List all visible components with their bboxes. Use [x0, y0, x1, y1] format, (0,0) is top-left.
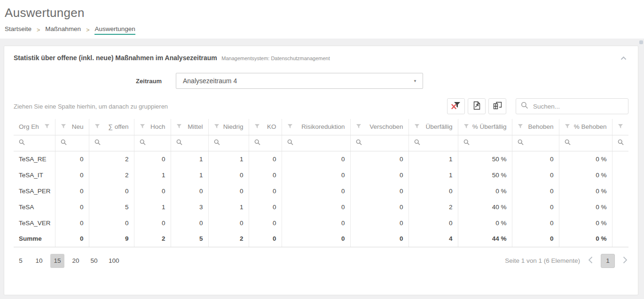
- filter-funnel-icon[interactable]: [463, 123, 469, 130]
- filter-cell[interactable]: [408, 135, 458, 151]
- table-cell: 1: [408, 151, 458, 167]
- table-cell: 0: [249, 183, 282, 199]
- column-header--offen[interactable]: ∑ offen: [89, 119, 134, 135]
- filter-cell[interactable]: [249, 135, 282, 151]
- table-cell: 2: [208, 231, 249, 247]
- search-icon: [140, 139, 146, 147]
- filter-funnel-icon[interactable]: [94, 123, 100, 130]
- table-cell: 0: [249, 167, 282, 183]
- filter-funnel-icon[interactable]: [356, 123, 361, 130]
- data-grid: Org EhNeu∑ offenHochMittelNiedrigKORisik…: [14, 119, 628, 247]
- table-cell: 0: [55, 167, 89, 183]
- table-row: TeSA_RE02011000150 %00 %: [14, 151, 628, 167]
- page-size-20[interactable]: 20: [69, 254, 83, 268]
- group-by-hint: Ziehen Sie eine Spalte hierhin, um danac…: [14, 103, 444, 110]
- table-cell: 0: [134, 215, 171, 231]
- filter-cell[interactable]: [512, 135, 559, 151]
- filter-funnel-icon[interactable]: [618, 123, 623, 130]
- filter-funnel-icon[interactable]: [565, 123, 570, 130]
- breadcrumb-item-2[interactable]: Auswertungen: [94, 25, 135, 35]
- filter-funnel-icon[interactable]: [518, 123, 523, 130]
- column-header-risikoreduktion[interactable]: Risikoreduktion: [282, 119, 350, 135]
- scrollbar-thumb[interactable]: [639, 40, 643, 44]
- filter-funnel-icon[interactable]: [287, 123, 293, 130]
- search-icon: [94, 139, 101, 147]
- filter-cell[interactable]: [14, 135, 55, 151]
- table-cell: 5: [89, 199, 134, 215]
- pager-right: Seite 1 von 1 (6 Elemente) 1: [505, 254, 628, 268]
- column-header--berf-llig[interactable]: Überfällig: [408, 119, 458, 135]
- filter-funnel-icon[interactable]: [44, 123, 50, 130]
- caret-down-icon: ▼: [413, 79, 417, 83]
- breadcrumb-separator-icon: >: [86, 27, 89, 33]
- collapse-panel-button[interactable]: [619, 54, 628, 63]
- column-header-neu[interactable]: Neu: [55, 119, 89, 135]
- column-header-verschoben[interactable]: Verschoben: [350, 119, 408, 135]
- breadcrumb-item-0[interactable]: Startseite: [5, 25, 31, 35]
- filter-funnel-icon[interactable]: [61, 123, 66, 130]
- table-cell: 0: [249, 151, 282, 167]
- table-cell: 0: [512, 215, 559, 231]
- table-cell: 4: [408, 231, 458, 247]
- page-size-15[interactable]: 15: [50, 254, 64, 268]
- column-chooser-button[interactable]: [488, 98, 506, 114]
- org-cell: TeSA_VER: [14, 215, 55, 231]
- column-caption: Verschoben: [369, 123, 403, 130]
- filter-funnel-icon[interactable]: [214, 123, 220, 130]
- filter-cell[interactable]: [559, 135, 612, 151]
- column-header-mittel[interactable]: Mittel: [171, 119, 208, 135]
- page-size-100[interactable]: 100: [105, 254, 123, 268]
- search-input[interactable]: [532, 102, 623, 110]
- filter-cell[interactable]: [612, 135, 628, 151]
- breadcrumb-item-1[interactable]: Maßnahmen: [45, 25, 81, 35]
- zeitraum-label: Zeitraum: [4, 78, 162, 85]
- table-cell: 0: [55, 231, 89, 247]
- filter-cell[interactable]: [134, 135, 171, 151]
- page-size-10[interactable]: 10: [32, 254, 46, 268]
- column-header--behoben[interactable]: % Behoben: [559, 119, 612, 135]
- table-cell: 0: [512, 183, 559, 199]
- table-cell: 0: [134, 183, 171, 199]
- chevron-left-icon: [588, 256, 593, 265]
- table-cell: 0: [171, 215, 208, 231]
- column-header-filler: [612, 119, 628, 135]
- filter-cell[interactable]: [282, 135, 350, 151]
- prev-page-button[interactable]: [587, 256, 594, 265]
- page-title: Auswertungen: [5, 6, 644, 20]
- filter-funnel-icon[interactable]: [176, 123, 182, 130]
- column-caption: Hoch: [150, 123, 165, 130]
- filter-cell[interactable]: [350, 135, 408, 151]
- page-size-5[interactable]: 5: [14, 254, 28, 268]
- column-header-niedrig[interactable]: Niedrig: [208, 119, 249, 135]
- export-button[interactable]: [468, 98, 486, 114]
- table-cell: 44 %: [458, 231, 512, 247]
- column-caption: Neu: [72, 123, 84, 130]
- zeitraum-row: Zeitraum Analysezeitraum 4 ▼: [4, 73, 638, 89]
- filter-cell[interactable]: [458, 135, 512, 151]
- column-header--berf-llig[interactable]: % Überfällig: [458, 119, 512, 135]
- filter-cell[interactable]: [208, 135, 249, 151]
- page-size-50[interactable]: 50: [87, 254, 101, 268]
- filter-cell[interactable]: [171, 135, 208, 151]
- column-header-org-eh[interactable]: Org Eh: [14, 119, 55, 135]
- column-header-ko[interactable]: KO: [249, 119, 282, 135]
- table-cell: 50 %: [458, 151, 512, 167]
- table-cell: 0: [134, 151, 171, 167]
- table-cell: 1: [208, 199, 249, 215]
- zeitraum-select[interactable]: Analysezeitraum 4 ▼: [176, 73, 423, 89]
- table-cell: 0: [408, 183, 458, 199]
- filter-funnel-icon[interactable]: [254, 123, 260, 130]
- column-header-hoch[interactable]: Hoch: [134, 119, 171, 135]
- table-row: TeSA_PER0000000000 %00 %: [14, 183, 628, 199]
- current-page-button[interactable]: 1: [601, 254, 615, 268]
- clear-filter-button[interactable]: [447, 98, 465, 114]
- filter-cell[interactable]: [89, 135, 134, 151]
- export-icon: [472, 101, 481, 111]
- column-header-behoben[interactable]: Behoben: [512, 119, 559, 135]
- table-cell: 0: [55, 183, 89, 199]
- filter-funnel-icon[interactable]: [140, 123, 145, 130]
- next-page-button[interactable]: [622, 256, 628, 265]
- filter-funnel-icon[interactable]: [414, 123, 420, 130]
- search-icon: [61, 139, 67, 147]
- filter-cell[interactable]: [55, 135, 89, 151]
